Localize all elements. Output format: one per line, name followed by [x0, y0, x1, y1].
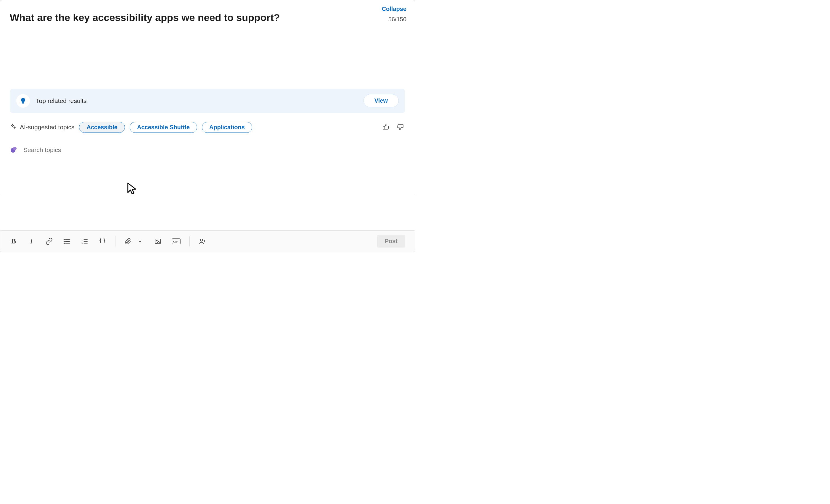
collapse-link[interactable]: Collapse	[382, 6, 407, 12]
svg-text:GIF: GIF	[173, 240, 178, 243]
sparkle-icon	[10, 123, 16, 131]
svg-point-7	[64, 241, 65, 241]
svg-text:3: 3	[82, 242, 83, 244]
svg-point-16	[157, 240, 157, 241]
italic-button[interactable]: I	[28, 237, 35, 246]
char-counter: 56/150	[388, 16, 407, 23]
topics-icon	[10, 145, 18, 155]
image-button[interactable]	[154, 237, 162, 246]
gif-button[interactable]: GIF	[172, 237, 181, 246]
related-results-card: Top related results View	[10, 89, 405, 113]
bullet-list-button[interactable]	[63, 237, 71, 246]
related-left: Top related results	[16, 94, 87, 108]
thumbs-up-button[interactable]	[381, 122, 390, 133]
ai-suggested-label: AI-suggested topics	[20, 124, 74, 131]
code-block-button[interactable]	[99, 237, 106, 246]
svg-rect-15	[155, 239, 160, 244]
header-row: What are the key accessibility apps we n…	[0, 0, 415, 24]
attachment-button[interactable]	[124, 237, 132, 246]
svg-point-8	[64, 243, 65, 243]
bold-button[interactable]: B	[10, 237, 18, 246]
topic-pill-accessible-shuttle[interactable]: Accessible Shuttle	[130, 122, 197, 133]
numbered-list-button[interactable]: 1 2 3	[81, 237, 89, 246]
post-button[interactable]: Post	[377, 235, 405, 247]
toolbar-separator-2	[189, 236, 190, 246]
title-wrap: What are the key accessibility apps we n…	[10, 6, 382, 24]
svg-point-19	[200, 239, 203, 241]
formatting-toolbar: B I 1 2 3	[0, 230, 415, 252]
topic-pill-accessible[interactable]: Accessible	[79, 122, 125, 133]
ai-suggested-row: AI-suggested topics Accessible Accessibl…	[10, 122, 405, 133]
related-results-label: Top related results	[36, 97, 87, 104]
mention-person-button[interactable]	[199, 237, 206, 246]
feedback-thumbs	[381, 122, 405, 133]
search-topics-input[interactable]: Search topics	[23, 146, 61, 154]
header-right: Collapse 56/150	[382, 6, 407, 23]
svg-point-6	[64, 239, 65, 240]
toolbar-separator	[115, 236, 116, 246]
thumbs-down-button[interactable]	[396, 122, 405, 133]
divider	[0, 194, 415, 194]
ai-label-wrap: AI-suggested topics	[10, 123, 74, 131]
topic-pill-applications[interactable]: Applications	[202, 122, 252, 133]
attachment-dropdown[interactable]	[136, 237, 144, 246]
question-title[interactable]: What are the key accessibility apps we n…	[10, 11, 382, 24]
search-topics-row[interactable]: Search topics	[10, 145, 405, 155]
lightbulb-icon	[16, 94, 30, 108]
link-button[interactable]	[45, 237, 53, 246]
view-button[interactable]: View	[363, 94, 399, 107]
svg-rect-0	[22, 103, 24, 103]
svg-point-2	[13, 147, 17, 150]
